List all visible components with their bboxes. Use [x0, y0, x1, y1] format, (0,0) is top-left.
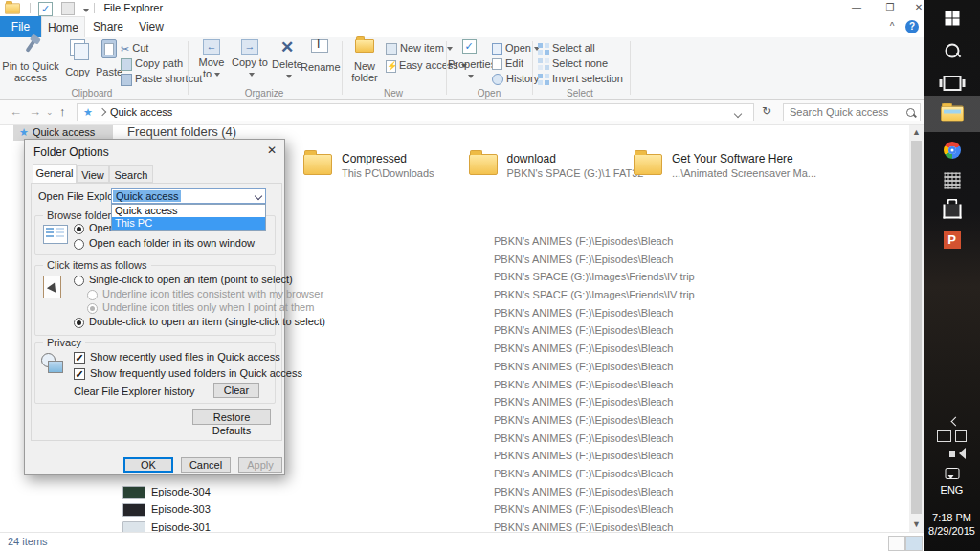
task-view-button[interactable] [924, 67, 980, 99]
help-button[interactable]: ? [905, 20, 919, 33]
tray-icons[interactable] [924, 430, 980, 448]
qat-properties-icon[interactable]: ✓ [38, 2, 53, 16]
language-indicator[interactable]: ENG [924, 484, 980, 496]
qat-customize-arrow-icon[interactable] [83, 9, 89, 12]
refresh-button[interactable]: ↻ [762, 104, 771, 118]
dialog-close-button[interactable]: ✕ [263, 143, 280, 158]
dialog-tab-general[interactable]: General [33, 164, 77, 184]
copy-to-button[interactable]: → Copy to [232, 39, 268, 79]
dropdown-option-quick-access[interactable]: Quick access [112, 205, 265, 217]
cancel-button[interactable]: Cancel [181, 457, 231, 473]
up-button[interactable]: ↑ [59, 104, 66, 119]
select-all-icon [538, 43, 549, 55]
copy-path-icon [121, 58, 132, 71]
button-label: New folder [345, 60, 384, 83]
tile-folder-name: Compressed [342, 152, 407, 165]
tile-folder-path: PBKN's SPACE (G:)\1 FAT32 [507, 167, 644, 179]
clock-time[interactable]: 7:18 PM [924, 512, 980, 523]
radio-double-click[interactable]: Double-click to open an item (single-cli… [74, 316, 325, 328]
taskbar-app-button[interactable] [924, 165, 980, 197]
recent-file-row[interactable]: Episode-301PBKN's ANIMES (F:)\Episodes\B… [115, 518, 907, 532]
move-to-icon: ← [203, 39, 220, 55]
copy-path-button[interactable]: Copy path [121, 56, 183, 71]
scroll-up-arrow-icon[interactable]: ▲ [909, 125, 924, 140]
chevron-down-icon [255, 192, 262, 200]
recent-locations-arrow-icon[interactable]: ⌄ [46, 107, 54, 117]
taskbar-store-button[interactable] [924, 195, 980, 228]
recent-file-path: PBKN's ANIMES (F:)\Episodes\Bleach [494, 393, 673, 411]
group-label: Open [448, 88, 530, 99]
frequent-folder-tile[interactable]: downloadPBKN's SPACE (G:)\1 FAT32 [467, 150, 628, 200]
new-folder-button[interactable]: New folder [345, 39, 384, 83]
taskbar-search-button[interactable] [924, 34, 980, 67]
scroll-down-arrow-icon[interactable]: ▼ [909, 518, 924, 532]
back-button[interactable]: ← [10, 104, 22, 119]
edit-button[interactable]: Edit [492, 56, 523, 71]
open-to-combobox[interactable]: Quick access [111, 188, 266, 204]
folder-icon [469, 154, 498, 175]
move-to-button[interactable]: ← Move to [193, 39, 230, 79]
select-none-button[interactable]: Select none [538, 56, 608, 71]
separator [94, 3, 95, 13]
recent-file-name: Episode-304 [151, 483, 211, 501]
ok-button[interactable]: OK [123, 457, 173, 473]
vertical-scrollbar[interactable]: ▲ ▼ [909, 125, 924, 532]
dialog-tab-view[interactable]: View [77, 165, 109, 183]
tab-view[interactable]: View [131, 16, 171, 37]
checkbox-recent-files[interactable]: ✓Show recently used files in Quick acces… [74, 351, 280, 364]
recent-file-row[interactable]: Episode-304PBKN's ANIMES (F:)\Episodes\B… [115, 483, 907, 501]
breadcrumb[interactable]: ★Quick access [77, 103, 754, 121]
ribbon-group-organize: ← Move to → Copy to ✕ Delete Rename Orga… [189, 37, 339, 99]
volume-button[interactable] [924, 448, 980, 463]
forward-button[interactable]: → [29, 104, 41, 119]
taskbar-file-explorer-button[interactable] [924, 96, 980, 132]
rename-button[interactable]: Rename [301, 39, 339, 73]
tab-home[interactable]: Home [41, 16, 85, 37]
taskbar-powerpoint-button[interactable]: P [924, 224, 980, 256]
properties-button[interactable]: ✓ Properties [448, 39, 490, 81]
recent-file-path: PBKN's ANIMES (F:)\Episodes\Bleach [494, 430, 673, 448]
clock-date[interactable]: 8/29/2015 [924, 525, 980, 537]
maximize-button[interactable]: ❐ [876, 0, 904, 15]
file-explorer-icon [5, 3, 20, 13]
select-all-button[interactable]: Select all [538, 41, 595, 55]
frequent-folder-tile[interactable]: CompressedThis PC\Downloads [301, 150, 462, 200]
search-input[interactable]: Search Quick access [783, 103, 921, 121]
button-label: Properties [448, 58, 490, 70]
start-button[interactable] [924, 2, 980, 34]
folder-icon [634, 154, 662, 175]
privacy-icon [41, 353, 62, 372]
invert-selection-button[interactable]: Invert selection [538, 72, 623, 86]
minimize-button[interactable]: — [842, 0, 871, 15]
recent-file-name: Episode-301 [151, 518, 211, 532]
clear-button[interactable]: Clear [213, 383, 259, 398]
search-icon[interactable] [906, 108, 915, 117]
dropdown-option-this-pc[interactable]: This PC [112, 217, 265, 230]
details-view-button[interactable] [888, 536, 905, 551]
tab-share[interactable]: Share [85, 16, 131, 37]
apply-button[interactable]: Apply [238, 457, 282, 473]
delete-button[interactable]: ✕ Delete [270, 39, 304, 81]
show-hidden-icons-button[interactable] [924, 409, 980, 427]
qat-newfolder-icon[interactable] [61, 2, 75, 15]
address-dropdown-icon[interactable] [734, 110, 742, 118]
thumbnail-view-button[interactable] [905, 536, 923, 551]
sidebar-item-label: Quick access [33, 126, 95, 138]
dialog-tab-search[interactable]: Search [109, 165, 153, 183]
pin-to-quick-access-button[interactable]: Pin to Quick access [2, 39, 59, 83]
recent-file-row[interactable]: Episode-303PBKN's ANIMES (F:)\Episodes\B… [115, 500, 907, 518]
group-label: Privacy [43, 337, 85, 348]
copy-button[interactable]: Copy [61, 39, 94, 77]
checkbox-frequent-folders[interactable]: ✓Show frequently used folders in Quick a… [74, 367, 302, 380]
radio-single-click[interactable]: Single-click to open an item (point to s… [74, 274, 293, 286]
cut-button[interactable]: ✂Cut [121, 41, 148, 55]
scrollbar-thumb[interactable] [911, 141, 922, 514]
collapse-ribbon-button[interactable]: ^ [882, 19, 902, 34]
radio-own-window[interactable]: Open each folder in its own window [74, 237, 255, 250]
taskbar-chrome-button[interactable] [924, 134, 980, 166]
frequent-folder-tile[interactable]: Get Your Software Here...\Animated Scree… [632, 150, 792, 200]
click-items-group: Click items as follows Single-click to o… [34, 265, 276, 336]
new-item-button[interactable]: New item [386, 41, 453, 55]
restore-defaults-button[interactable]: Restore Defaults [192, 409, 271, 425]
action-center-button[interactable] [924, 466, 980, 481]
